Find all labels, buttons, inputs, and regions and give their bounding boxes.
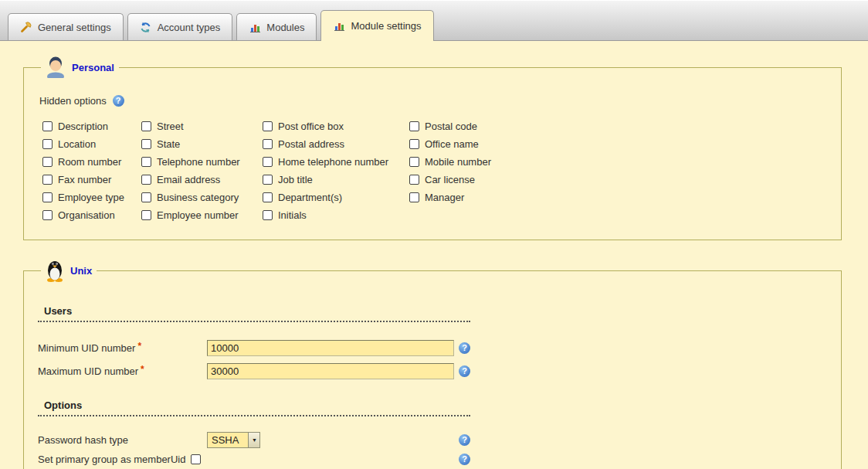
unix-legend: Unix xyxy=(41,259,97,282)
modules-icon xyxy=(249,21,261,33)
hidden-option-item[interactable]: Email address xyxy=(141,171,263,189)
hidden-option-item[interactable]: Street xyxy=(141,117,263,135)
tab-label: Modules xyxy=(266,22,304,33)
hidden-option-label: Employee number xyxy=(157,209,239,221)
hidden-option-item[interactable]: Initials xyxy=(263,206,409,224)
personal-legend-label: Personal xyxy=(72,62,114,73)
hidden-option-item[interactable]: Office name xyxy=(409,135,499,153)
tab-account-types[interactable]: Account types xyxy=(127,13,233,40)
help-icon[interactable]: ? xyxy=(459,454,470,465)
member-uid-label: Set primary group as memberUid xyxy=(38,454,185,465)
hidden-option-label: Mobile number xyxy=(425,156,491,168)
unix-section: Unix Users Minimum UID number* ? Maximum… xyxy=(23,259,842,469)
hidden-option-checkbox[interactable] xyxy=(409,121,419,131)
max-uid-input[interactable] xyxy=(207,363,454,379)
hidden-option-checkbox[interactable] xyxy=(42,175,53,185)
tux-penguin-icon xyxy=(46,259,64,282)
personal-section: Personal Hidden options ? DescriptionLoc… xyxy=(23,56,842,240)
hidden-option-label: Manager xyxy=(425,192,464,203)
hidden-option-checkbox[interactable] xyxy=(263,157,273,167)
hidden-option-checkbox[interactable] xyxy=(141,121,151,131)
hidden-option-checkbox[interactable] xyxy=(263,210,273,220)
field-row-password-hash: Password hash type SSHA ▼ ? xyxy=(38,430,827,450)
hidden-option-item[interactable]: Organisation xyxy=(42,206,141,224)
hidden-option-item[interactable]: Department(s) xyxy=(263,189,409,206)
hidden-options-row: Hidden options ? xyxy=(39,95,827,107)
hidden-option-item[interactable]: Fax number xyxy=(42,171,141,189)
hidden-option-item[interactable]: Room number xyxy=(42,153,141,171)
module-settings-icon xyxy=(333,20,345,32)
hidden-option-item[interactable]: Description xyxy=(42,117,141,135)
hidden-option-checkbox[interactable] xyxy=(141,157,151,167)
hidden-option-item[interactable]: Employee type xyxy=(42,189,141,206)
help-icon[interactable]: ? xyxy=(459,365,470,377)
member-uid-checkbox[interactable] xyxy=(191,454,201,464)
hidden-option-item[interactable]: Home telephone number xyxy=(263,153,409,171)
hidden-option-item[interactable]: Postal code xyxy=(409,117,499,135)
help-icon[interactable]: ? xyxy=(459,342,470,354)
hidden-options-column: DescriptionLocationRoom numberFax number… xyxy=(42,117,141,224)
field-row-member-uid: Set primary group as memberUid ? xyxy=(38,450,827,469)
hidden-option-checkbox[interactable] xyxy=(263,139,273,149)
hidden-option-label: Telephone number xyxy=(157,156,240,168)
wrench-icon xyxy=(20,21,32,33)
tab-general-settings[interactable]: General settings xyxy=(8,13,124,40)
hidden-option-label: Home telephone number xyxy=(278,156,388,168)
hidden-option-label: Organisation xyxy=(58,209,115,221)
hidden-option-item[interactable]: Telephone number xyxy=(141,153,263,171)
hidden-option-checkbox[interactable] xyxy=(42,157,53,167)
password-hash-select[interactable]: SSHA ▼ xyxy=(207,432,260,448)
hidden-option-label: Description xyxy=(58,121,108,132)
field-row-min-uid: Minimum UID number* ? xyxy=(38,336,827,359)
hidden-option-item[interactable]: Postal address xyxy=(263,135,409,153)
hidden-option-label: Street xyxy=(157,121,184,132)
hidden-option-item[interactable]: Employee number xyxy=(141,206,263,224)
help-icon[interactable]: ? xyxy=(113,95,124,107)
hidden-option-checkbox[interactable] xyxy=(141,210,151,220)
hidden-option-checkbox[interactable] xyxy=(263,192,273,202)
hidden-option-item[interactable]: Manager xyxy=(409,189,499,206)
min-uid-input[interactable] xyxy=(207,340,454,356)
hidden-option-label: Location xyxy=(58,138,96,150)
hidden-option-item[interactable]: Mobile number xyxy=(409,153,499,171)
personal-legend: Personal xyxy=(41,56,119,78)
hidden-option-checkbox[interactable] xyxy=(42,192,53,202)
hidden-option-item[interactable]: Location xyxy=(42,135,141,153)
hidden-option-checkbox[interactable] xyxy=(141,192,151,202)
hidden-option-checkbox[interactable] xyxy=(42,139,53,149)
help-icon[interactable]: ? xyxy=(459,434,470,446)
hidden-option-label: Business category xyxy=(157,192,239,203)
required-marker: * xyxy=(141,364,144,375)
hidden-option-checkbox[interactable] xyxy=(141,175,151,185)
hidden-option-checkbox[interactable] xyxy=(409,175,419,185)
hidden-option-checkbox[interactable] xyxy=(409,157,419,167)
hidden-option-label: Employee type xyxy=(58,192,124,203)
hidden-option-label: Postal code xyxy=(425,121,477,132)
hidden-options-column: StreetStateTelephone numberEmail address… xyxy=(141,117,263,224)
hidden-option-label: Car license xyxy=(425,174,475,185)
hidden-option-checkbox[interactable] xyxy=(42,121,53,131)
hidden-option-checkbox[interactable] xyxy=(263,121,273,131)
tab-module-settings[interactable]: Module settings xyxy=(320,10,433,41)
hidden-option-checkbox[interactable] xyxy=(263,175,273,185)
hidden-option-item[interactable]: Post office box xyxy=(263,117,409,135)
hidden-option-item[interactable]: State xyxy=(141,135,263,153)
hidden-options-grid: DescriptionLocationRoom numberFax number… xyxy=(42,117,827,224)
hidden-option-item[interactable]: Job title xyxy=(263,171,409,189)
hidden-option-label: Fax number xyxy=(58,174,111,185)
hidden-option-checkbox[interactable] xyxy=(409,192,419,202)
max-uid-label: Maximum UID number* xyxy=(38,365,207,377)
person-icon xyxy=(46,56,66,78)
hidden-option-item[interactable]: Business category xyxy=(141,189,263,206)
hidden-option-checkbox[interactable] xyxy=(409,139,419,149)
hidden-option-label: Room number xyxy=(58,156,121,168)
hidden-option-checkbox[interactable] xyxy=(141,139,151,149)
main-content: Personal Hidden options ? DescriptionLoc… xyxy=(0,41,868,469)
tab-label: General settings xyxy=(38,22,111,33)
options-subheader: Options xyxy=(38,398,470,416)
hidden-option-item[interactable]: Car license xyxy=(409,171,499,189)
hidden-option-label: State xyxy=(157,138,180,150)
tab-modules[interactable]: Modules xyxy=(236,13,317,40)
hidden-option-label: Email address xyxy=(157,174,220,185)
hidden-option-checkbox[interactable] xyxy=(42,210,53,220)
